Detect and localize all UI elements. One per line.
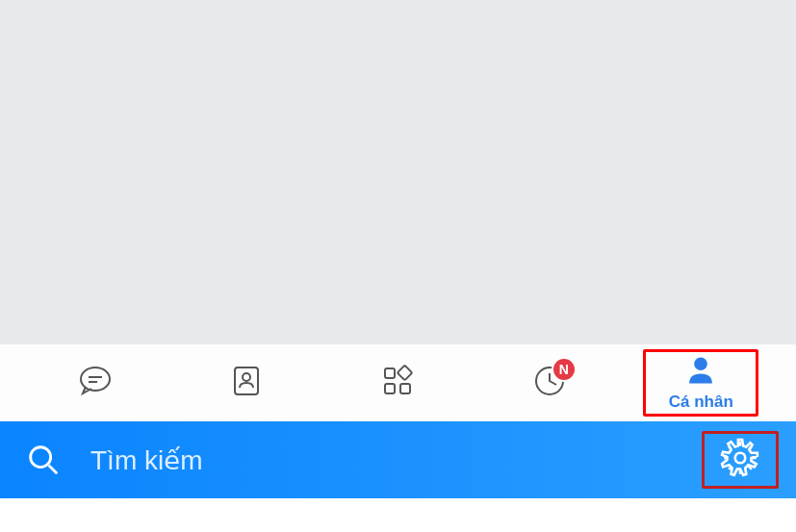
bottom-nav: N Cá nhân <box>0 344 796 421</box>
svg-rect-8 <box>398 366 413 381</box>
nav-item-contacts[interactable] <box>189 349 304 417</box>
search-input[interactable]: Tìm kiếm <box>90 444 702 476</box>
bottom-area <box>0 498 796 532</box>
search-bar: Tìm kiếm <box>0 421 796 498</box>
profile-icon <box>684 354 717 391</box>
nav-item-profile[interactable]: Cá nhân <box>643 349 758 417</box>
svg-rect-6 <box>385 384 395 393</box>
apps-icon <box>378 362 417 404</box>
search-icon[interactable] <box>25 442 62 478</box>
svg-line-12 <box>49 466 58 474</box>
nav-profile-label: Cá nhân <box>669 393 733 412</box>
svg-point-13 <box>735 453 746 464</box>
svg-point-10 <box>694 357 707 370</box>
notification-badge: N <box>552 357 577 382</box>
nav-item-messages[interactable] <box>38 349 153 417</box>
chat-icon <box>76 362 115 404</box>
nav-item-timeline[interactable]: N <box>492 349 607 417</box>
contact-icon <box>227 362 266 404</box>
svg-point-4 <box>243 373 250 381</box>
content-area <box>0 0 796 344</box>
svg-rect-5 <box>385 368 395 378</box>
svg-rect-7 <box>400 384 410 393</box>
gear-icon <box>720 438 760 482</box>
svg-point-11 <box>31 447 51 468</box>
nav-item-discover[interactable] <box>340 349 455 417</box>
settings-button[interactable] <box>702 431 779 489</box>
